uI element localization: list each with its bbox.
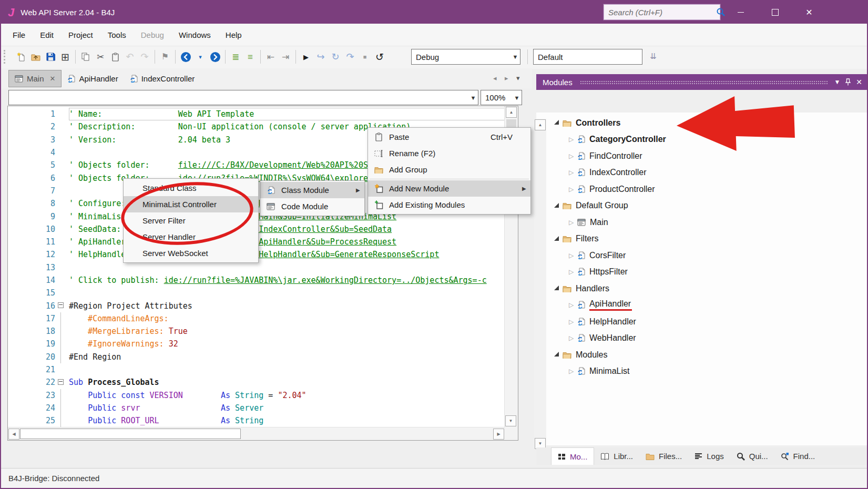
scroll-up-icon[interactable]: ▲ <box>535 119 546 130</box>
paste-button[interactable] <box>108 49 122 64</box>
cut-button[interactable]: ✂ <box>93 49 108 64</box>
undo-button[interactable]: ↶ <box>122 49 137 64</box>
fold-toggle[interactable] <box>55 299 69 312</box>
tree-item-helphandler[interactable]: ▷HelpHandler <box>550 313 867 330</box>
bookmark-button[interactable]: ⚑ <box>158 49 172 64</box>
tree-item-productcontroller[interactable]: ▷ProductController <box>550 181 867 198</box>
back-history-button[interactable]: ▾ <box>193 49 208 64</box>
menu-item-add-new-module[interactable]: Add New Module▶ <box>368 180 530 197</box>
menubar-item-windows[interactable]: Windows <box>171 24 218 46</box>
collapsed-icon[interactable]: ▷ <box>569 252 574 259</box>
collapse-icon[interactable] <box>58 302 64 308</box>
panel-tab-files[interactable]: Files... <box>639 447 688 465</box>
scroll-up-icon[interactable]: ▲ <box>506 107 517 118</box>
collapsed-icon[interactable]: ▷ <box>569 152 574 160</box>
zoom-select[interactable]: 100% ▼ <box>481 90 522 105</box>
menubar-item-project[interactable]: Project <box>61 24 100 46</box>
shift-right-button[interactable]: ⇥ <box>278 49 293 64</box>
expanded-icon[interactable] <box>554 352 559 356</box>
expanded-icon[interactable] <box>554 286 559 290</box>
menu-item-add-group[interactable]: Add Group <box>368 161 530 178</box>
build-package-button[interactable]: ⊞ <box>58 49 73 64</box>
maximize-button[interactable] <box>763 1 787 24</box>
tree-item-apihandler[interactable]: ▷ApiHandler <box>550 297 867 314</box>
scroll-left-icon[interactable]: ◀ <box>8 429 19 440</box>
scroll-right-icon[interactable]: ▶ <box>493 429 504 440</box>
step-over-button[interactable]: ↻ <box>328 49 343 64</box>
panel-tab-logs[interactable]: Logs <box>688 447 730 465</box>
tab-scroll-left-icon[interactable]: ◂ <box>493 74 497 82</box>
menu-item-code-module[interactable]: Code Module <box>260 198 364 215</box>
modules-panel-header[interactable]: Modules ▼ ✕ <box>536 74 867 90</box>
close-button[interactable]: ✕ <box>798 1 821 24</box>
stop-button[interactable]: ■ <box>358 49 372 64</box>
panel-tab-mo[interactable]: Mo... <box>551 447 594 465</box>
collapsed-icon[interactable]: ▷ <box>569 169 574 176</box>
tree-item-httpsfilter[interactable]: ▷HttpsFilter <box>550 264 867 281</box>
new-file-button[interactable] <box>14 49 28 64</box>
tab-apihandler[interactable]: ApiHandler <box>62 70 124 87</box>
menubar-item-tools[interactable]: Tools <box>100 24 134 46</box>
expanded-icon[interactable] <box>554 236 559 241</box>
module-selector[interactable]: ▼ <box>8 90 478 105</box>
horizontal-scrollbar[interactable]: ◀ ▶ <box>8 427 505 440</box>
comment-selection-button[interactable]: ≣ <box>228 49 243 64</box>
tree-scrollbar[interactable]: ▲ ▼ <box>534 119 546 450</box>
panel-tab-qui[interactable]: Qui... <box>730 447 774 465</box>
panel-tab-find[interactable]: Find... <box>774 447 822 465</box>
debug-mode-select[interactable]: Debug ▼ <box>411 49 520 65</box>
menubar-item-file[interactable]: File <box>5 24 33 46</box>
menu-item-rename-f2[interactable]: Rename (F2) <box>368 145 530 161</box>
menu-item-paste[interactable]: PasteCtrl+V <box>368 129 530 145</box>
code-link[interactable]: file:///C:/B4X/Development/Web%20API%20S… <box>178 160 392 170</box>
navigate-back-button[interactable] <box>178 49 193 64</box>
collapsed-icon[interactable]: ▷ <box>569 318 574 325</box>
tree-item-filters[interactable]: Filters <box>550 231 867 248</box>
search-icon[interactable] <box>716 7 726 17</box>
menubar-item-debug[interactable]: Debug <box>134 24 171 46</box>
panel-close-icon[interactable]: ✕ <box>856 78 862 86</box>
run-button[interactable]: ▶ <box>299 49 313 64</box>
fold-toggle[interactable] <box>55 376 69 389</box>
build-configuration-select[interactable]: Default <box>533 49 642 65</box>
tree-item-webhandler[interactable]: ▷WebHandler <box>550 330 867 347</box>
redo-button[interactable]: ↷ <box>137 49 152 64</box>
shift-left-button[interactable]: ⇤ <box>263 49 278 64</box>
tree-item-default-group[interactable]: Default Group <box>550 198 867 215</box>
expanded-icon[interactable] <box>554 120 559 125</box>
step-out-button[interactable]: ↷ <box>343 49 358 64</box>
tree-item-minimalist[interactable]: ▷MinimaList <box>550 363 867 380</box>
uncomment-selection-button[interactable]: ≡ <box>243 49 258 64</box>
save-button[interactable] <box>43 49 58 64</box>
tab-scroll-right-icon[interactable]: ▸ <box>505 74 508 82</box>
minimize-button[interactable] <box>729 1 752 24</box>
rebuild-button[interactable]: ↺ <box>372 49 387 64</box>
collapsed-icon[interactable]: ▷ <box>569 301 574 309</box>
collapsed-icon[interactable]: ▷ <box>569 334 574 342</box>
collapsed-icon[interactable]: ▷ <box>569 368 574 375</box>
panel-drag-texture[interactable] <box>580 80 829 85</box>
tab-indexcontroller[interactable]: IndexController <box>124 70 201 87</box>
pin-icon[interactable] <box>845 78 851 86</box>
copy-button[interactable] <box>78 49 93 64</box>
toolbar-grip[interactable] <box>4 50 5 64</box>
tree-item-corsfilter[interactable]: ▷CorsFilter <box>550 247 867 264</box>
close-tab-icon[interactable]: ✕ <box>50 75 56 83</box>
title-search-box[interactable] <box>604 4 720 20</box>
tree-item-main[interactable]: ▷Main <box>550 214 867 231</box>
step-into-button[interactable]: ↪ <box>313 49 328 64</box>
panel-tab-libr[interactable]: Libr... <box>594 447 639 465</box>
collapsed-icon[interactable]: ▷ <box>569 136 574 143</box>
horizontal-scroll-thumb[interactable] <box>20 429 241 439</box>
title-search-input[interactable] <box>604 8 716 17</box>
tab-list-icon[interactable]: ▾ <box>516 74 520 82</box>
toolbar-overflow-icon[interactable]: ⇊ <box>650 52 657 61</box>
expanded-icon[interactable] <box>554 203 559 208</box>
tab-main[interactable]: Main✕ <box>8 70 62 87</box>
open-project-button[interactable] <box>28 49 43 64</box>
tree-item-modules[interactable]: Modules <box>550 347 867 363</box>
menubar-item-help[interactable]: Help <box>218 24 249 46</box>
collapsed-icon[interactable]: ▷ <box>569 268 574 276</box>
menubar-item-edit[interactable]: Edit <box>33 24 61 46</box>
tree-item-handlers[interactable]: Handlers <box>550 280 867 297</box>
